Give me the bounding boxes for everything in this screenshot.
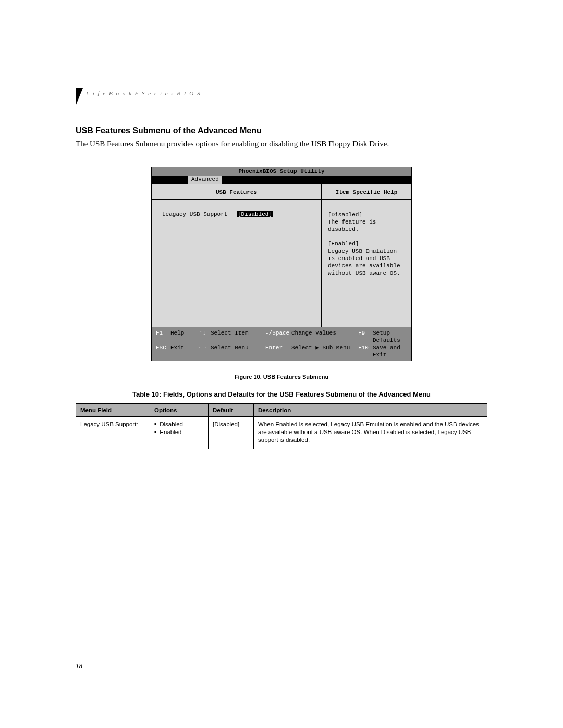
running-head: L i f e B o o k E S e r i e s B I O S (86, 90, 487, 96)
bios-help-panel: Item Specific Help [Disabled] The featur… (322, 184, 411, 327)
bios-left-content: Leagacy USB Support [Disabled] (152, 200, 321, 327)
help-enabled-body: Legacy USB Emulation is enabled and USB … (328, 248, 400, 276)
page-number: 18 (76, 662, 82, 670)
table-header-row: Menu Field Options Default Description (76, 404, 487, 417)
bios-help-content: [Disabled] The feature is disabled. [Ena… (322, 200, 411, 327)
bios-menubar: Advanced (152, 176, 411, 184)
bios-left-panel: USB Features Leagacy USB Support [Disabl… (152, 184, 322, 327)
bios-footer-row-2: ESC Exit ←→ Select Menu Enter Select ▶ S… (156, 344, 407, 359)
cell-default: [Disabled] (209, 417, 254, 449)
option-item: Disabled (162, 421, 204, 428)
footer-action-submenu: Select ▶ Sub-Menu (291, 344, 358, 359)
footer-action-setup-defaults: Setup Defaults (373, 329, 407, 344)
help-enabled-title: [Enabled] (328, 241, 359, 247)
table-row: Legacy USB Support: Disabled Enabled [Di… (76, 417, 487, 449)
footer-key-updown: ↑↓ (199, 329, 211, 344)
th-description: Description (254, 404, 487, 417)
options-table: Menu Field Options Default Description L… (76, 403, 487, 449)
footer-key-f1: F1 (156, 329, 170, 344)
document-page: L i f e B o o k E S e r i e s B I O S US… (0, 0, 563, 449)
footer-key-f10: F10 (358, 344, 373, 359)
bios-footer: F1 Help ↑↓ Select Item -/Space Change Va… (152, 327, 411, 361)
section-intro: The USB Features Submenu provides option… (76, 139, 487, 149)
footer-action-save-exit: Save and Exit (373, 344, 407, 359)
bios-screenshot: PhoenixBIOS Setup Utility Advanced USB F… (151, 167, 412, 361)
bios-help-title: Item Specific Help (322, 184, 411, 200)
footer-key-leftright: ←→ (199, 344, 211, 359)
bios-left-title: USB Features (152, 184, 321, 200)
help-disabled-title: [Disabled] (328, 212, 362, 218)
th-menu-field: Menu Field (76, 404, 150, 417)
bios-footer-row-1: F1 Help ↑↓ Select Item -/Space Change Va… (156, 329, 407, 344)
footer-key-f9: F9 (358, 329, 373, 344)
footer-key-space: -/Space (265, 329, 291, 344)
option-item: Enabled (162, 428, 204, 436)
table-caption: Table 10: Fields, Options and Defaults f… (76, 390, 487, 398)
cell-options: Disabled Enabled (150, 417, 209, 449)
footer-action-change-values: Change Values (291, 329, 358, 344)
footer-key-enter: Enter (265, 344, 291, 359)
footer-action-exit: Exit (170, 344, 199, 359)
bios-setting-value: [Disabled] (237, 211, 273, 217)
th-options: Options (150, 404, 209, 417)
header-rule (81, 89, 482, 89)
footer-action-help: Help (170, 329, 199, 344)
bios-setting-label: Leagacy USB Support (162, 211, 237, 217)
th-default: Default (209, 404, 254, 417)
page-header: L i f e B o o k E S e r i e s B I O S (76, 89, 487, 105)
bios-titlebar: PhoenixBIOS Setup Utility (152, 167, 411, 176)
figure-caption: Figure 10. USB Features Submenu (76, 374, 487, 380)
cell-menu-field: Legacy USB Support: (76, 417, 150, 449)
footer-key-esc: ESC (156, 344, 170, 359)
cell-description: When Enabled is selected, Legacy USB Emu… (254, 417, 487, 449)
bios-setting-row: Leagacy USB Support [Disabled] (162, 211, 321, 217)
bios-tab-advanced: Advanced (188, 176, 222, 184)
bios-body: USB Features Leagacy USB Support [Disabl… (152, 184, 411, 327)
footer-action-select-menu: Select Menu (211, 344, 265, 359)
help-disabled-body: The feature is disabled. (328, 219, 376, 232)
section-title: USB Features Submenu of the Advanced Men… (76, 126, 487, 135)
footer-action-select-item: Select Item (211, 329, 265, 344)
header-accent-triangle (76, 88, 83, 106)
